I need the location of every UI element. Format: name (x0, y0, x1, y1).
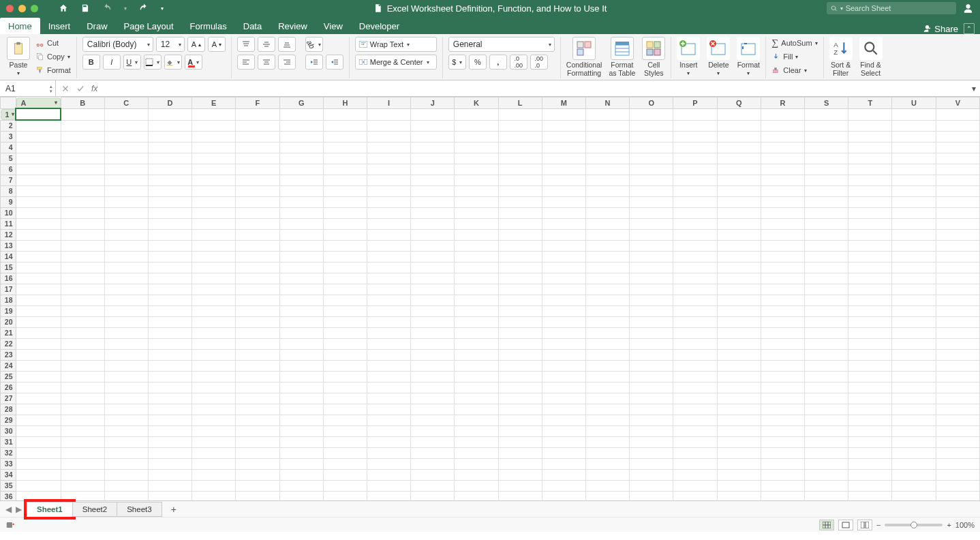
row-header-1[interactable]: 1 (1, 109, 16, 120)
cell-V14[interactable] (936, 251, 979, 262)
row-header-4[interactable]: 4 (1, 142, 16, 153)
cell-H1[interactable] (323, 108, 367, 120)
cell-V15[interactable] (936, 262, 979, 273)
cell-L9[interactable] (498, 196, 542, 207)
cell-J7[interactable] (411, 175, 455, 185)
cell-P31[interactable] (673, 436, 717, 447)
cell-P23[interactable] (673, 349, 717, 360)
decrease-decimal-button[interactable]: .00.0 (530, 55, 548, 70)
cell-F25[interactable] (236, 371, 279, 382)
cell-K8[interactable] (455, 185, 498, 196)
cell-Q31[interactable] (717, 436, 761, 447)
cell-J26[interactable] (411, 382, 455, 393)
cell-R24[interactable] (761, 360, 804, 371)
cell-P25[interactable] (673, 371, 717, 382)
cell-B25[interactable] (61, 371, 104, 382)
cell-O32[interactable] (630, 447, 673, 458)
cell-C25[interactable] (104, 371, 148, 382)
cell-J32[interactable] (411, 447, 455, 458)
undo-icon[interactable] (102, 3, 112, 13)
cell-V10[interactable] (936, 207, 979, 218)
cell-L32[interactable] (498, 447, 542, 458)
cell-P1[interactable] (673, 108, 717, 120)
cell-M23[interactable] (542, 349, 585, 360)
align-center-button[interactable] (258, 55, 275, 70)
cell-T33[interactable] (848, 458, 892, 469)
cell-J29[interactable] (411, 415, 455, 425)
cell-R3[interactable] (761, 131, 804, 142)
cell-R20[interactable] (761, 316, 804, 327)
cell-N5[interactable] (585, 153, 629, 164)
cell-Q4[interactable] (717, 142, 761, 153)
cell-M3[interactable] (542, 131, 585, 142)
cell-L13[interactable] (498, 240, 542, 251)
ribbon-tab-insert[interactable]: Insert (40, 18, 79, 34)
cell-U32[interactable] (892, 447, 936, 458)
cell-P35[interactable] (673, 480, 717, 491)
row-header-20[interactable]: 20 (1, 316, 16, 327)
cell-G7[interactable] (279, 175, 323, 185)
cell-S11[interactable] (805, 218, 848, 229)
cell-B3[interactable] (61, 131, 104, 142)
cell-J34[interactable] (411, 469, 455, 480)
cell-O10[interactable] (630, 207, 673, 218)
cell-T11[interactable] (848, 218, 892, 229)
cell-O17[interactable] (630, 284, 673, 295)
cell-Q5[interactable] (717, 153, 761, 164)
cell-E2[interactable] (192, 120, 236, 131)
border-button[interactable] (144, 55, 162, 70)
save-icon[interactable] (80, 3, 90, 13)
insert-cells-button[interactable]: Insert▾ (677, 37, 700, 76)
cell-H35[interactable] (323, 480, 367, 491)
cell-C23[interactable] (104, 349, 148, 360)
cell-Q29[interactable] (717, 415, 761, 425)
cell-M1[interactable] (542, 108, 585, 120)
cell-V2[interactable] (936, 120, 979, 131)
cell-V24[interactable] (936, 360, 979, 371)
cell-T14[interactable] (848, 251, 892, 262)
cell-A7[interactable] (16, 175, 61, 185)
cell-K21[interactable] (455, 327, 498, 338)
cell-T26[interactable] (848, 382, 892, 393)
cell-C11[interactable] (104, 218, 148, 229)
cell-O6[interactable] (630, 164, 673, 175)
cell-T10[interactable] (848, 207, 892, 218)
cell-D30[interactable] (148, 425, 192, 436)
cell-F27[interactable] (236, 393, 279, 404)
cell-D9[interactable] (148, 196, 192, 207)
font-family-select[interactable]: Calibri (Body) (82, 37, 153, 52)
cell-I13[interactable] (367, 240, 411, 251)
cell-F31[interactable] (236, 436, 279, 447)
cell-G5[interactable] (279, 153, 323, 164)
cell-D21[interactable] (148, 327, 192, 338)
cell-L25[interactable] (498, 371, 542, 382)
name-box[interactable]: A1 ▴▾ (0, 80, 56, 96)
zoom-slider[interactable] (885, 524, 943, 526)
cell-H12[interactable] (323, 229, 367, 240)
cell-K33[interactable] (455, 458, 498, 469)
cell-G35[interactable] (279, 480, 323, 491)
cell-H14[interactable] (323, 251, 367, 262)
cell-S6[interactable] (805, 164, 848, 175)
cell-F5[interactable] (236, 153, 279, 164)
cell-U13[interactable] (892, 240, 936, 251)
cell-H25[interactable] (323, 371, 367, 382)
cell-D14[interactable] (148, 251, 192, 262)
cell-Q30[interactable] (717, 425, 761, 436)
cell-C12[interactable] (104, 229, 148, 240)
cell-H19[interactable] (323, 305, 367, 316)
cell-O1[interactable] (630, 108, 673, 120)
cell-R32[interactable] (761, 447, 804, 458)
col-header-H[interactable]: H (323, 97, 367, 109)
user-icon[interactable] (963, 3, 973, 14)
cell-U25[interactable] (892, 371, 936, 382)
cell-K30[interactable] (455, 425, 498, 436)
align-left-button[interactable] (237, 55, 255, 70)
cell-S29[interactable] (805, 415, 848, 425)
cell-R19[interactable] (761, 305, 804, 316)
cell-O8[interactable] (630, 185, 673, 196)
cell-K31[interactable] (455, 436, 498, 447)
cell-R16[interactable] (761, 273, 804, 284)
cell-D18[interactable] (148, 295, 192, 305)
cell-D6[interactable] (148, 164, 192, 175)
